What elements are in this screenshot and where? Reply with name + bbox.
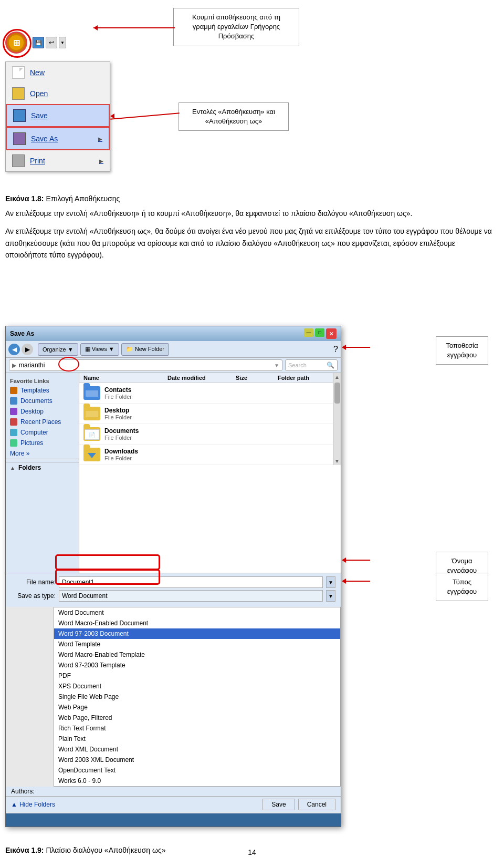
pictures-icon bbox=[10, 439, 17, 447]
save-commands-annotation: Εντολές «Αποθήκευση» και «Αποθήκευση ως» bbox=[178, 102, 289, 131]
body-para1: Αν επιλέξουμε την εντολή «Αποθήκευση» ή … bbox=[5, 208, 499, 219]
file-item-documents[interactable]: 📄 Documents File Folder bbox=[79, 424, 333, 445]
dropdown-toolbar-icon[interactable]: ▼ bbox=[59, 37, 66, 48]
menu-open-label: Open bbox=[30, 89, 48, 98]
save-btn[interactable]: Save bbox=[262, 799, 295, 810]
filename-row: File name: ▼ bbox=[11, 576, 335, 588]
dialog-title: Save As bbox=[10, 330, 34, 337]
dialog-bottom-form: File name: ▼ Save as type: Word Document… bbox=[6, 573, 341, 607]
cancel-btn[interactable]: Cancel bbox=[298, 799, 335, 810]
dropdown-rtf[interactable]: Rich Text Format bbox=[54, 723, 340, 734]
menu-save-label: Save bbox=[31, 111, 48, 120]
forward-btn[interactable]: ▶ bbox=[22, 344, 33, 355]
dropdown-works[interactable]: Works 6.0 - 9.0 bbox=[54, 776, 340, 786]
arrow-to-save-head bbox=[110, 113, 114, 119]
caption-18: Εικόνα 1.8: Επιλογή Αποθήκευσης bbox=[5, 194, 120, 203]
saveas-dialog: Save As — □ ✕ ◀ ▶ Organize ▼ ▦ Views ▼ 📁… bbox=[5, 326, 341, 827]
address-bar: ▶ marianthi ▼ Search 🔍 bbox=[6, 358, 341, 373]
downloads-name: Downloads bbox=[104, 448, 183, 455]
dialog-toolbar: ◀ ▶ Organize ▼ ▦ Views ▼ 📁 New Folder ? bbox=[6, 341, 341, 358]
print-arrow: ▶ bbox=[99, 158, 103, 164]
menu-open[interactable]: Open bbox=[6, 83, 110, 104]
folder-icon-contacts bbox=[83, 386, 100, 400]
sidebar-pictures-label: Pictures bbox=[20, 439, 43, 447]
dropdown-web[interactable]: Web Page bbox=[54, 702, 340, 713]
save-as-icon bbox=[13, 132, 26, 145]
caption-19: Εικόνα 1.9: Πλαίσιο διαλόγου «Αποθήκευση… bbox=[5, 846, 165, 854]
dialog-maximize-btn[interactable]: □ bbox=[315, 328, 324, 337]
dialog-scrollbar[interactable]: ▲ ▼ bbox=[333, 373, 341, 465]
desktop-icon bbox=[10, 408, 17, 415]
dropdown-word-macro-template[interactable]: Word Macro-Enabled Template bbox=[54, 649, 340, 660]
save-as-arrow: ▶ bbox=[98, 136, 102, 142]
dropdown-word-template[interactable]: Word Template bbox=[54, 639, 340, 649]
filename-input[interactable] bbox=[59, 576, 323, 588]
filetype-annotation: Τύπος εγγράφου bbox=[436, 573, 488, 601]
dialog-close-btn[interactable]: ✕ bbox=[326, 328, 337, 339]
address-input[interactable]: ▶ marianthi ▼ bbox=[9, 359, 282, 371]
dialog-body: Favorite Links Templates Documents Deskt… bbox=[6, 373, 341, 573]
dropdown-word-macro[interactable]: Word Macro-Enabled Document bbox=[54, 618, 340, 628]
new-folder-btn[interactable]: 📁 New Folder bbox=[121, 343, 169, 356]
dropdown-xml-2003[interactable]: Word 2003 XML Document bbox=[54, 755, 340, 765]
file-item-contacts[interactable]: Contacts File Folder bbox=[79, 383, 333, 404]
search-input[interactable]: Search 🔍 bbox=[285, 359, 338, 371]
sidebar-item-templates[interactable]: Templates bbox=[6, 385, 79, 396]
menu-save-as-label: Save As bbox=[31, 135, 58, 143]
office-button[interactable]: ⊞ bbox=[5, 32, 27, 54]
dropdown-odt[interactable]: OpenDocument Text bbox=[54, 765, 340, 776]
dropdown-xps[interactable]: XPS Document bbox=[54, 681, 340, 691]
sidebar-item-recent[interactable]: Recent Places bbox=[6, 417, 79, 427]
dropdown-word-97-template[interactable]: Word 97-2003 Template bbox=[54, 660, 340, 670]
downloads-type: File Folder bbox=[104, 455, 183, 461]
sidebar-item-pictures[interactable]: Pictures bbox=[6, 438, 79, 448]
sidebar-item-more[interactable]: More » bbox=[6, 448, 79, 459]
savetype-dropdown-btn[interactable]: ▼ bbox=[326, 590, 335, 602]
filename-label: File name: bbox=[11, 579, 56, 586]
filename-dropdown-btn[interactable]: ▼ bbox=[326, 576, 335, 588]
dropdown-web-filtered[interactable]: Web Page, Filtered bbox=[54, 713, 340, 723]
dropdown-word-doc[interactable]: Word Document bbox=[54, 607, 340, 618]
save-toolbar-icon[interactable]: 💾 bbox=[33, 37, 44, 48]
sidebar-item-documents[interactable]: Documents bbox=[6, 396, 79, 406]
arrow-filename-head bbox=[342, 558, 346, 563]
back-btn[interactable]: ◀ bbox=[8, 344, 20, 355]
hide-folders-row: ▲ Hide Folders Save Cancel bbox=[6, 796, 341, 812]
hide-folders-btn[interactable]: ▲ Hide Folders bbox=[11, 801, 55, 808]
file-item-downloads[interactable]: Downloads File Folder bbox=[79, 445, 333, 465]
print-icon bbox=[12, 154, 25, 167]
col-name: Name bbox=[83, 375, 167, 381]
recent-icon bbox=[10, 418, 17, 426]
col-path: Folder path bbox=[278, 375, 329, 381]
sidebar-item-computer[interactable]: Computer bbox=[6, 427, 79, 438]
sidebar-documents-label: Documents bbox=[20, 397, 52, 405]
dropdown-pdf[interactable]: PDF bbox=[54, 670, 340, 681]
main-file-panel: Name Date modified Size Folder path Cont… bbox=[79, 373, 341, 573]
dialog-titlebar: Save As — □ ✕ bbox=[6, 326, 341, 341]
views-btn[interactable]: ▦ Views ▼ bbox=[80, 343, 119, 356]
menu-print[interactable]: Print ▶ bbox=[6, 150, 110, 171]
dropdown-xml[interactable]: Word XML Document bbox=[54, 744, 340, 755]
sidebar-desktop-label: Desktop bbox=[20, 408, 44, 415]
hide-folders-arrow: ▲ bbox=[11, 801, 17, 808]
menu-save[interactable]: Save bbox=[6, 104, 110, 127]
menu-new-label: New bbox=[30, 68, 45, 77]
folders-bar: ▲ Folders bbox=[6, 462, 79, 473]
dialog-minimize-btn[interactable]: — bbox=[304, 328, 313, 337]
help-btn[interactable]: ? bbox=[333, 345, 338, 354]
file-item-desktop[interactable]: Desktop File Folder bbox=[79, 404, 333, 424]
dropdown-txt[interactable]: Plain Text bbox=[54, 734, 340, 744]
sidebar-item-desktop[interactable]: Desktop bbox=[6, 406, 79, 417]
office-logo: ⊞ bbox=[9, 35, 24, 50]
menu-save-as[interactable]: Save As ▶ bbox=[6, 127, 110, 150]
organize-btn[interactable]: Organize ▼ bbox=[38, 343, 78, 356]
dropdown-word-97[interactable]: Word 97-2003 Document bbox=[54, 628, 340, 639]
location-text: Τοποθεσία εγγράφου bbox=[446, 342, 478, 359]
savetype-input[interactable]: Word Document bbox=[59, 590, 323, 602]
sidebar-more-label: More » bbox=[10, 450, 29, 457]
dropdown-mhtml[interactable]: Single File Web Page bbox=[54, 691, 340, 702]
caption-18-text: Επιλογή Αποθήκευσης bbox=[44, 194, 120, 203]
menu-new[interactable]: New bbox=[6, 62, 110, 83]
templates-icon bbox=[10, 387, 17, 394]
undo-toolbar-icon[interactable]: ↩ bbox=[46, 37, 57, 48]
